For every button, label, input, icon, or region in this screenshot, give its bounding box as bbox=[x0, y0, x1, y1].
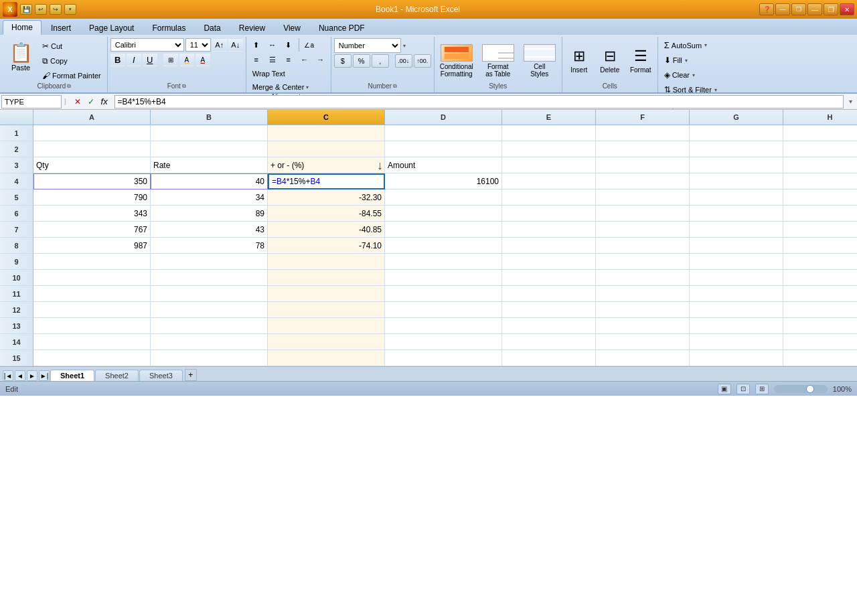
cells-group-label[interactable]: Cells bbox=[565, 82, 655, 91]
align-right-button[interactable]: ≡ bbox=[281, 53, 296, 66]
cell-D5[interactable] bbox=[385, 189, 502, 206]
cell-F7[interactable] bbox=[596, 222, 690, 238]
redo-button[interactable]: ↪ bbox=[50, 4, 62, 15]
cell-E4[interactable] bbox=[502, 173, 596, 189]
cell-C11[interactable] bbox=[268, 286, 385, 302]
cell-C4[interactable]: =B4*15%+B4 bbox=[268, 173, 385, 189]
cell-E10[interactable] bbox=[502, 270, 596, 286]
row-header-14[interactable]: 14 bbox=[0, 334, 33, 350]
decrease-decimal-button[interactable]: ↑00. bbox=[414, 54, 431, 68]
cell-G4[interactable] bbox=[690, 173, 783, 189]
cell-F6[interactable] bbox=[596, 206, 690, 222]
row-header-4[interactable]: 4 bbox=[0, 173, 33, 189]
cell-B13[interactable] bbox=[151, 318, 268, 334]
format-painter-button[interactable]: 🖌 Format Painter bbox=[39, 69, 104, 82]
cell-A3[interactable]: Qty bbox=[33, 157, 151, 173]
cell-F14[interactable] bbox=[596, 334, 690, 350]
cell-F13[interactable] bbox=[596, 318, 690, 334]
cell-C6[interactable]: -84.55 bbox=[268, 206, 385, 222]
row-header-12[interactable]: 12 bbox=[0, 302, 33, 318]
cell-H7[interactable] bbox=[783, 222, 857, 238]
row-header-9[interactable]: 9 bbox=[0, 254, 33, 270]
cell-B2[interactable] bbox=[151, 141, 268, 157]
cell-H6[interactable] bbox=[783, 206, 857, 222]
font-group-label[interactable]: Font ⧉ bbox=[110, 82, 243, 91]
page-layout-view-button[interactable]: ⊡ bbox=[736, 384, 750, 394]
cell-B5[interactable]: 34 bbox=[151, 189, 268, 206]
corner-cell[interactable] bbox=[0, 110, 33, 125]
cell-C15[interactable] bbox=[268, 350, 385, 366]
cell-B11[interactable] bbox=[151, 286, 268, 302]
cell-D12[interactable] bbox=[385, 302, 502, 318]
cell-D9[interactable] bbox=[385, 254, 502, 270]
align-top-button[interactable]: ⬆ bbox=[249, 38, 264, 52]
cell-G13[interactable] bbox=[690, 318, 783, 334]
cell-H12[interactable] bbox=[783, 302, 857, 318]
close-window-button[interactable]: ✕ bbox=[840, 3, 854, 15]
cell-G3[interactable] bbox=[690, 157, 783, 173]
sheet-nav-next-button[interactable]: ► bbox=[27, 370, 37, 381]
cell-C8[interactable]: -74.10 bbox=[268, 238, 385, 254]
cell-E1[interactable] bbox=[502, 125, 596, 141]
cell-B9[interactable] bbox=[151, 254, 268, 270]
row-header-1[interactable]: 1 bbox=[0, 125, 33, 141]
cell-F8[interactable] bbox=[596, 238, 690, 254]
undo-button[interactable]: ↩ bbox=[35, 4, 47, 15]
cell-C7[interactable]: -40.85 bbox=[268, 222, 385, 238]
cell-G8[interactable] bbox=[690, 238, 783, 254]
decrease-indent-button[interactable]: ← bbox=[297, 53, 312, 66]
cell-G11[interactable] bbox=[690, 286, 783, 302]
cell-E14[interactable] bbox=[502, 334, 596, 350]
cell-E3[interactable] bbox=[502, 157, 596, 173]
cell-B4[interactable]: 40 bbox=[151, 173, 268, 189]
minimize-window-button[interactable]: — bbox=[807, 3, 822, 15]
conditional-formatting-button[interactable]: ConditionalFormatting bbox=[437, 41, 476, 80]
cell-H10[interactable] bbox=[783, 270, 857, 286]
text-angle-button[interactable]: ∠a bbox=[302, 38, 317, 52]
cell-B7[interactable]: 43 bbox=[151, 222, 268, 238]
cell-G15[interactable] bbox=[690, 350, 783, 366]
cell-G6[interactable] bbox=[690, 206, 783, 222]
cell-D15[interactable] bbox=[385, 350, 502, 366]
cell-A4[interactable]: 350 bbox=[33, 173, 151, 189]
qat-dropdown-button[interactable]: ▾ bbox=[64, 4, 76, 15]
cell-A11[interactable] bbox=[33, 286, 151, 302]
tab-nuance-pdf[interactable]: Nuance PDF bbox=[310, 21, 374, 35]
number-group-label[interactable]: Number ⧉ bbox=[334, 82, 431, 91]
cell-E13[interactable] bbox=[502, 318, 596, 334]
row-header-3[interactable]: 3 bbox=[0, 157, 33, 173]
cell-D1[interactable] bbox=[385, 125, 502, 141]
cell-D3[interactable]: Amount bbox=[385, 157, 502, 173]
clear-button[interactable]: ◈ Clear ▾ bbox=[661, 68, 698, 82]
tab-insert[interactable]: Insert bbox=[42, 21, 80, 35]
cell-E8[interactable] bbox=[502, 238, 596, 254]
number-format-select[interactable]: Number bbox=[334, 38, 401, 53]
cell-G2[interactable] bbox=[690, 141, 783, 157]
cell-D14[interactable] bbox=[385, 334, 502, 350]
clipboard-group-label[interactable]: Clipboard ⧉ bbox=[4, 82, 104, 91]
cell-F3[interactable] bbox=[596, 157, 690, 173]
cell-G10[interactable] bbox=[690, 270, 783, 286]
cell-A10[interactable] bbox=[33, 270, 151, 286]
cell-F9[interactable] bbox=[596, 254, 690, 270]
styles-group-label[interactable]: Styles bbox=[437, 82, 559, 91]
format-cells-button[interactable]: ☰ Format bbox=[627, 44, 655, 77]
cell-A7[interactable]: 767 bbox=[33, 222, 151, 238]
cell-E5[interactable] bbox=[502, 189, 596, 206]
cell-styles-button[interactable]: CellStyles bbox=[520, 41, 559, 80]
cell-G14[interactable] bbox=[690, 334, 783, 350]
sheet-nav-last-button[interactable]: ►| bbox=[39, 370, 50, 381]
cancel-formula-button[interactable]: ✕ bbox=[72, 96, 84, 108]
cell-B15[interactable] bbox=[151, 350, 268, 366]
sheet-nav-prev-button[interactable]: ◄ bbox=[15, 370, 25, 381]
cell-E2[interactable] bbox=[502, 141, 596, 157]
cell-G1[interactable] bbox=[690, 125, 783, 141]
col-header-E[interactable]: E bbox=[502, 110, 596, 125]
cell-F15[interactable] bbox=[596, 350, 690, 366]
cell-A9[interactable] bbox=[33, 254, 151, 270]
cell-F11[interactable] bbox=[596, 286, 690, 302]
align-middle-button[interactable]: ↔ bbox=[265, 38, 280, 52]
page-break-view-button[interactable]: ⊞ bbox=[755, 384, 769, 394]
cell-A12[interactable] bbox=[33, 302, 151, 318]
cell-D6[interactable] bbox=[385, 206, 502, 222]
